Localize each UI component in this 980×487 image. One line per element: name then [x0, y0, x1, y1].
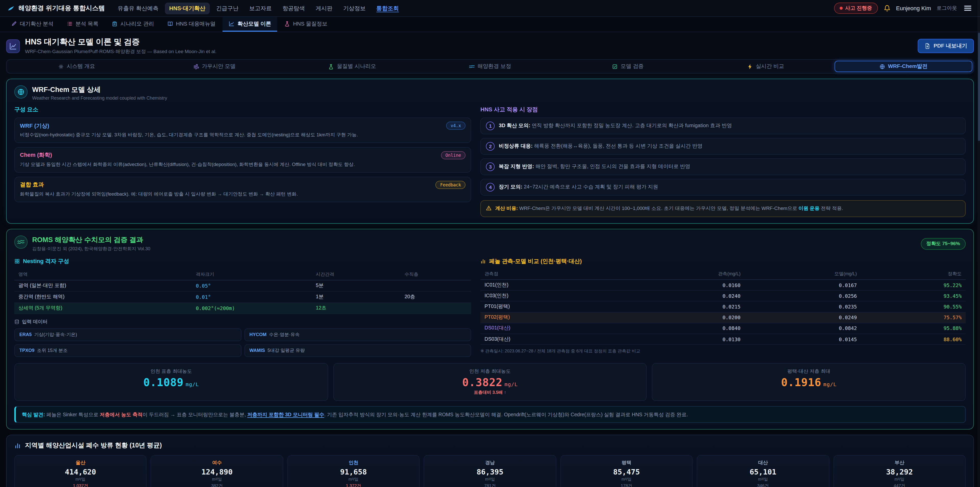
version-badge: v4.x: [446, 121, 466, 130]
menu-item-aerial-search[interactable]: 항공탐색: [278, 2, 310, 14]
subnav-item-manual[interactable]: HNS 대응매뉴얼: [161, 17, 222, 32]
component-coupling: 결합 효과 Feedback 화학물질의 복사 효과가 기상장에 되먹임(fee…: [14, 177, 471, 202]
flask-icon: [285, 21, 290, 27]
topbar: 해양환경 위기대응 통합시스템 유출유 확산예측 HNS·대기확산 긴급구난 보…: [0, 0, 980, 17]
region-stats-grid: 울산 414,620 m³/일 1,037건 여수 124,890 m³/일 3…: [14, 455, 966, 487]
table-row: IC01(인천) 0.0160 0.0167 95.22%: [480, 280, 966, 291]
tab-system-overview[interactable]: 시스템 개요: [8, 61, 145, 72]
phenol-title: 페놀 관측-모델 비교 (인천·평택·대산): [480, 257, 966, 265]
globe-icon: [14, 85, 27, 99]
advantage-desc: 24~72시간 예측으로 사고 수습 계획 및 장기 피해 평가 지원: [524, 184, 658, 190]
input-data-item: ERA5기상(기압·풍속·기온): [14, 329, 241, 341]
app-brand[interactable]: 해양환경 위기대응 통합시스템: [7, 4, 105, 13]
subnav-label: HNS 대응매뉴얼: [176, 20, 216, 27]
page-subtitle: WRF-Chem·Gaussian Plume/Puff·ROMS·해양환경 보…: [25, 48, 216, 55]
subnav-item-analysis[interactable]: 대기확산 분석: [5, 17, 60, 32]
hamburger-menu-icon[interactable]: [963, 4, 973, 12]
component-name: WRF (기상): [20, 122, 49, 129]
region-daesan: 대산 65,101 m³/일 346건: [697, 455, 829, 487]
tab-substance-scenario[interactable]: 물질별 시나리오: [283, 61, 421, 72]
advantage-lead: 비정상류 대응:: [499, 143, 533, 148]
check-icon: [612, 64, 617, 69]
region-incheon: 인천 91,658 m³/일 1,372건: [287, 455, 420, 487]
tab-realtime-compare[interactable]: 실시간 비교: [697, 61, 835, 72]
advantage-item: 3 복잡 지형 반영: 해안 절벽, 항만 구조물, 인접 도시의 건물 효과를…: [480, 158, 966, 175]
component-wrf: WRF (기상) v4.x 비정수압(non-hydrostatic) 중규모 …: [14, 118, 471, 143]
grid-icon: [14, 259, 20, 264]
subnav-item-model-theory[interactable]: 확산모델 이론: [223, 17, 277, 32]
region-ulsan: 울산 414,620 m³/일 1,037건: [14, 455, 147, 487]
subnav-label: 분석 목록: [76, 20, 99, 27]
discharge-section: 지역별 해양산업시설 폐수 방류 현황 (10년 평균) 울산 414,620 …: [6, 435, 974, 487]
region-busan: 부산 38,292 m³/일 447건: [833, 455, 966, 487]
clipboard-icon: [112, 21, 118, 27]
roms-header: ROMS 해양확산 수치모의 검증 결과 김창용·이문진 외 (2024), 한…: [14, 235, 966, 252]
wrf-chem-title: WRF-Chem 모델 상세: [32, 85, 167, 94]
incident-label: 사고 진행중: [845, 5, 872, 12]
incident-status-badge[interactable]: 사고 진행중: [834, 3, 878, 14]
component-name: 결합 효과: [20, 181, 44, 189]
menu-item-board[interactable]: 게시판: [311, 2, 337, 14]
subnav-label: 시나리오 관리: [121, 20, 154, 27]
topbar-right: 사고 진행중 Eunjeong Kim 로그아웃: [834, 3, 973, 14]
subnav-item-analysis-list[interactable]: 분석 목록: [61, 17, 105, 32]
tab-wrf-chem[interactable]: WRF-Chem발전: [835, 61, 972, 72]
input-data-title: 입력 데이터: [14, 319, 471, 325]
advantage-lead: 3D 확산 모의:: [499, 123, 530, 128]
component-desc: 기상 모델과 동일한 시간 스텝에서 화학종의 이류(advection), 난…: [20, 161, 466, 169]
tab-gaussian-model[interactable]: 가우시안 모델: [145, 61, 283, 72]
top-menu: 유출유 확산예측 HNS·대기확산 긴급구난 보고자료 항공탐색 게시판 기상정…: [113, 2, 826, 14]
region-pyeongtaek: 평택 85,475 m³/일 178건: [560, 455, 693, 487]
advantage-number: 4: [486, 183, 495, 192]
component-chem: Chem (화학) Online 기상 모델과 동일한 시간 스텝에서 화학종의…: [14, 147, 471, 172]
feedback-badge: Feedback: [436, 181, 466, 189]
tab-marine-correction[interactable]: 해양환경 보정: [421, 61, 559, 72]
component-desc: 비정수압(non-hydrostatic) 중규모 기상 모델. 3차원 바람장…: [20, 132, 466, 139]
wrf-chem-header: WRF-Chem 모델 상세 Weather Research and Fore…: [14, 85, 966, 101]
accuracy-badge: 정확도 75~96%: [921, 238, 966, 250]
notification-bell-icon[interactable]: [883, 5, 891, 12]
subnav-label: 대기확산 분석: [20, 20, 54, 27]
input-data-grid: ERA5기상(기압·풍속·기온) HYCOM수온·염분·유속 TPXO9조위 1…: [14, 329, 471, 357]
scrollbar-thumb[interactable]: [978, 33, 980, 141]
input-data-item: HYCOM수온·염분·유속: [244, 329, 471, 341]
discharge-header: 지역별 해양산업시설 폐수 방류 현황 (10년 평균): [14, 441, 966, 450]
logout-button[interactable]: 로그아웃: [937, 5, 957, 12]
stat-pyeongtaek-daesan-bottom: 평택·대산 저층 최대 0.1916mg/L: [652, 363, 966, 401]
pdf-export-button[interactable]: PDF 내보내기: [918, 39, 974, 53]
app-title: 해양환경 위기대응 통합시스템: [18, 4, 105, 13]
wind-icon: [193, 64, 199, 69]
menu-item-weather[interactable]: 기상정보: [339, 2, 370, 14]
wrf-advantages-column: HNS 사고 적용 시 장점 1 3D 확산 모의: 연직 방향 확산까지 포함…: [480, 106, 966, 217]
roms-title: ROMS 해양확산 수치모의 검증 결과: [32, 235, 150, 245]
roms-validation-section: ROMS 해양확산 수치모의 검증 결과 김창용·이문진 외 (2024), 한…: [6, 229, 974, 430]
concentration-stats: 인천 표층 최대농도 0.1089mg/L 인천 저층 최대농도 0.3822m…: [14, 363, 966, 401]
discharge-title: 지역별 해양산업시설 폐수 방류 현황 (10년 평균): [25, 441, 162, 450]
tab-model-validation[interactable]: 모델 검증: [559, 61, 697, 72]
advantages-title: HNS 사고 적용 시 장점: [480, 106, 966, 113]
warning-text: WRF-Chem은 가우시안 모델 대비 계산 시간이 100~1,000배 소…: [519, 205, 797, 211]
menu-item-hns-dispersion[interactable]: HNS·대기확산: [165, 2, 210, 14]
flask-icon: [328, 64, 334, 69]
menu-item-emergency-rescue[interactable]: 긴급구난: [212, 2, 243, 14]
subnav-item-substance-info[interactable]: HNS 물질정보: [278, 17, 334, 32]
wave-icon: [469, 64, 474, 69]
scrollbar[interactable]: [977, 0, 980, 487]
page-header-text: HNS 대기확산 모델 이론 및 검증 WRF-Chem·Gaussian Pl…: [25, 37, 216, 55]
menu-item-reports[interactable]: 보고자료: [245, 2, 277, 14]
computation-cost-warning: 계산 비용: WRF-Chem은 가우시안 모델 대비 계산 시간이 100~1…: [480, 200, 966, 217]
section-tabbar: 시스템 개요 가우시안 모델 물질별 시나리오 해양환경 보정 모델 검증 실시…: [6, 59, 974, 73]
advantage-lead: 복잡 지형 반영:: [499, 163, 534, 169]
input-data-item: WAMIS5대강 일평균 유량: [244, 344, 471, 357]
nesting-column: Nesting 격자 구성 영역 격자크기 시간간격 수직층 광역 (일본·대만…: [14, 257, 471, 357]
menu-item-oil-spill[interactable]: 유출유 확산예측: [113, 2, 163, 14]
nesting-table-header: 영역 격자크기 시간간격 수직층: [14, 269, 471, 280]
components-title: 구성 요소: [14, 106, 471, 113]
table-row: 중간역 (한반도 해역) 0.01° 1분 20층: [14, 292, 471, 303]
wave-icon: [14, 235, 27, 249]
menu-item-integrated-search[interactable]: 통합조회: [372, 2, 404, 14]
subnav-item-scenario[interactable]: 시나리오 관리: [106, 17, 160, 32]
wrf-chem-subtitle: Weather Research and Forecasting model c…: [32, 96, 167, 101]
advantage-number: 3: [486, 163, 495, 171]
gear-icon: [58, 64, 64, 69]
